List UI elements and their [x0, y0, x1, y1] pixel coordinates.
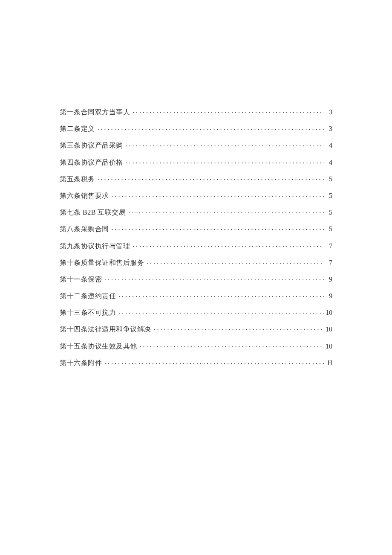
toc-entry-page: 5: [325, 176, 332, 183]
toc-entry-page: 7: [325, 243, 332, 250]
toc-entry-title: 第十一条保密: [60, 276, 102, 283]
toc-leader-dots: [104, 275, 324, 282]
toc-entry-page: 9: [325, 293, 332, 299]
toc-entry-title: 第十三条不可抗力: [60, 309, 116, 316]
toc-entry-page: H: [325, 360, 332, 366]
toc-entry-title: 第一条合同双方当事人: [60, 109, 130, 116]
toc-leader-dots: [126, 141, 324, 148]
toc-entry: 第十五条协议生效及其他 10: [60, 342, 332, 350]
toc-entry: 第十一条保密 9: [60, 275, 332, 283]
toc-entry: 第四条协议产品价格 4: [60, 158, 332, 166]
toc-leader-dots: [112, 191, 324, 198]
toc-entry-page: 4: [325, 159, 332, 166]
toc-leader-dots: [133, 241, 324, 248]
toc-leader-dots: [118, 291, 324, 298]
toc-entry-page: 4: [325, 142, 332, 149]
toc-entry-title: 第七条 B2B 互联交易: [60, 209, 126, 216]
toc-entry: 第六条销售要求 5: [60, 191, 332, 199]
toc-leader-dots: [126, 158, 324, 165]
table-of-contents: 第一条合同双方当事人 3 第二条定义 3 第三条协议产品采购 4 第四条协议产品…: [60, 108, 332, 375]
toc-entry-title: 第十条质量保证和售后服务: [60, 259, 144, 266]
toc-entry: 第十条质量保证和售后服务 7: [60, 258, 332, 266]
toc-leader-dots: [98, 174, 324, 181]
toc-entry-title: 第四条协议产品价格: [60, 159, 123, 166]
toc-entry: 第八条采购合同 5: [60, 224, 332, 232]
toc-entry: 第十六条附件 H: [60, 358, 332, 366]
toc-entry: 第十二条违约责任 9: [60, 291, 332, 299]
toc-entry: 第五条税务 5: [60, 174, 332, 183]
toc-entry-page: 10: [325, 326, 332, 333]
toc-entry: 第七条 B2B 互联交易 5: [60, 208, 332, 216]
toc-entry-title: 第三条协议产品采购: [60, 142, 123, 149]
toc-leader-dots: [98, 124, 324, 131]
toc-entry-page: 3: [325, 125, 332, 132]
toc-entry: 第一条合同双方当事人 3: [60, 108, 332, 116]
toc-entry-page: 9: [325, 276, 332, 283]
toc-entry: 第三条协议产品采购 4: [60, 141, 332, 149]
toc-leader-dots: [112, 224, 324, 231]
toc-entry-title: 第十四条法律适用和争议解决: [60, 326, 151, 333]
toc-leader-dots: [104, 358, 324, 365]
toc-leader-dots: [118, 308, 324, 315]
toc-leader-dots: [133, 108, 324, 114]
toc-entry-page: 7: [325, 259, 332, 266]
toc-entry-title: 第二条定义: [60, 125, 95, 132]
toc-entry: 第十四条法律适用和争议解决 10: [60, 325, 332, 333]
toc-entry: 第二条定义 3: [60, 124, 332, 132]
toc-entry-page: 10: [325, 309, 332, 316]
toc-entry-page: 5: [325, 226, 332, 232]
toc-entry-page: 10: [325, 343, 332, 350]
toc-entry-title: 第九条协议执行与管理: [60, 243, 130, 250]
toc-leader-dots: [128, 208, 324, 215]
toc-leader-dots: [140, 342, 324, 349]
toc-entry-title: 第十二条违约责任: [60, 293, 116, 299]
toc-entry-title: 第五条税务: [60, 176, 95, 183]
toc-entry-page: 5: [325, 209, 332, 216]
toc-entry: 第十三条不可抗力 10: [60, 308, 332, 316]
toc-entry-title: 第六条销售要求: [60, 192, 109, 199]
toc-entry-title: 第十五条协议生效及其他: [60, 343, 137, 350]
toc-entry: 第九条协议执行与管理 7: [60, 241, 332, 250]
toc-entry-page: 5: [325, 192, 332, 199]
toc-leader-dots: [147, 258, 324, 265]
toc-leader-dots: [154, 325, 324, 331]
toc-entry-page: 3: [325, 109, 332, 116]
toc-entry-title: 第八条采购合同: [60, 226, 109, 232]
toc-entry-title: 第十六条附件: [60, 360, 102, 366]
